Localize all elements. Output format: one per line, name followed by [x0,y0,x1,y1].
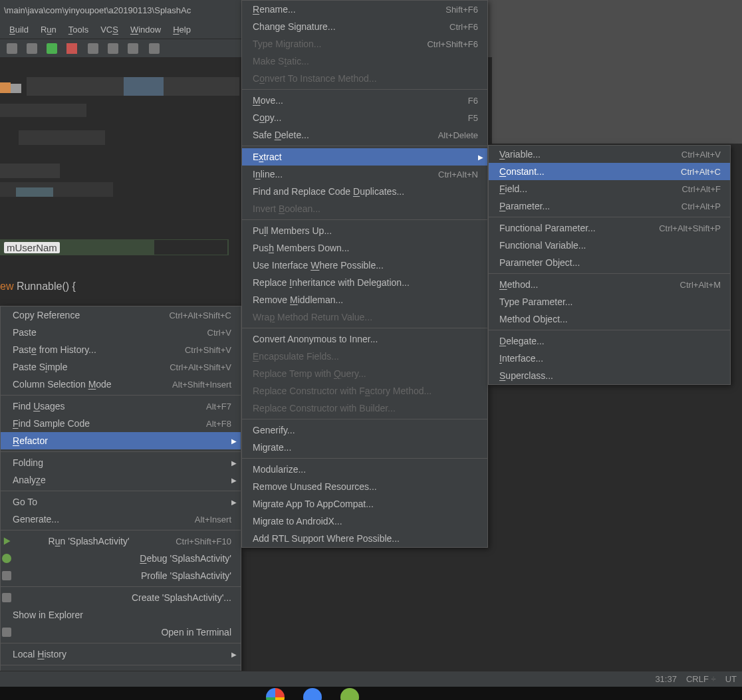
ctx-create-splashactivity[interactable]: Create 'SplashActivity'... [1,589,241,606]
extract-submenu[interactable]: Variable...Ctrl+Alt+VConstant...Ctrl+Alt… [488,145,731,385]
menu-item-label: Open in Terminal [161,627,231,638]
refactor-migrate-to-androidx[interactable]: Migrate to AndroidX... [242,513,487,530]
structure-icon[interactable] [149,43,160,54]
extract-type-parameter[interactable]: Type Parameter... [489,293,730,310]
caret-position[interactable]: 31:37 [655,674,677,684]
selected-identifier[interactable]: mUserNam [0,239,229,255]
extract-constant[interactable]: Constant...Ctrl+Alt+C [489,163,730,180]
menu-item-shortcut: Shift+F6 [445,5,478,15]
refactor-copy[interactable]: Copy...F5 [242,109,487,126]
refactor-change-signature[interactable]: Change Signature...Ctrl+F6 [242,18,487,35]
ctx-paste[interactable]: PasteCtrl+V [1,324,241,341]
refactor-type-migration: Type Migration...Ctrl+Shift+F6 [242,35,487,53]
code-line[interactable]: ew Runnable() { [0,281,76,292]
refactor-find-and-replace-code-duplicates[interactable]: Find and Replace Code Duplicates... [242,183,487,200]
ctx-refactor[interactable]: Refactor▶ [1,432,241,449]
ctx-paste-from-history[interactable]: Paste from History...Ctrl+Shift+V [1,341,241,358]
redacted-code [0,164,60,178]
refactor-safe-delete[interactable]: Safe Delete...Alt+Delete [242,126,487,144]
menu-build[interactable]: Build [9,25,29,35]
ctx-column-selection-mode[interactable]: Column Selection ModeAlt+Shift+Insert [1,376,241,393]
refactor-replace-inheritance-with-delegation[interactable]: Replace Inheritance with Delegation... [242,274,487,291]
menu-item-shortcut: Ctrl+Alt+Shift+V [170,362,231,372]
profile-icon[interactable] [108,43,118,54]
sync-icon[interactable] [7,43,17,54]
refactor-remove-unused-resources[interactable]: Remove Unused Resources... [242,478,487,495]
ctx-run-splashactivity[interactable]: Run 'SplashActivity'Ctrl+Shift+F10 [1,532,241,550]
term-icon [2,628,11,637]
ctx-analyze[interactable]: Analyze▶ [1,471,241,489]
extract-field[interactable]: Field...Ctrl+Alt+F [489,180,730,197]
ctx-find-sample-code[interactable]: Find Sample CodeAlt+F8 [1,415,241,432]
refactor-use-interface-where-possible[interactable]: Use Interface Where Possible... [242,257,487,274]
menu-item-label: Convert Anonymous to Inner... [253,334,378,344]
menu-item-label: Push Members Down... [253,243,350,253]
menu-item-label: Paste [13,327,37,338]
menu-item-label: Delegate... [499,336,545,346]
menu-item-shortcut: Ctrl+Alt+P [681,201,721,211]
android-studio-icon[interactable] [340,688,359,700]
menu-item-shortcut: Alt+Insert [195,515,231,525]
build-icon[interactable] [128,43,138,54]
avd-icon[interactable] [27,43,37,54]
menu-item-label: Refactor [13,435,48,446]
extract-parameter[interactable]: Parameter...Ctrl+Alt+P [489,197,730,215]
ctx-debug-splashactivity[interactable]: Debug 'SplashActivity' [1,550,241,567]
editor-context-menu[interactable]: Copy ReferenceCtrl+Alt+Shift+CPasteCtrl+… [0,306,241,700]
ctx-generate[interactable]: Generate...Alt+Insert [1,511,241,528]
menu-vcs[interactable]: VCS [100,25,118,35]
refactor-convert-anonymous-to-inner[interactable]: Convert Anonymous to Inner... [242,330,487,348]
menu-run[interactable]: Run [41,25,57,35]
menu-help[interactable]: Help [173,25,191,35]
os-taskbar[interactable] [0,687,742,700]
refactor-move[interactable]: Move...F6 [242,92,487,109]
extract-superclass[interactable]: Superclass... [489,367,730,384]
attach-icon[interactable] [88,43,98,54]
extract-method[interactable]: Method...Ctrl+Alt+M [489,276,730,293]
refactor-inline[interactable]: Inline...Ctrl+Alt+N [242,166,487,183]
extract-parameter-object[interactable]: Parameter Object... [489,254,730,271]
refactor-modularize[interactable]: Modularize... [242,461,487,478]
ctx-profile-splashactivity[interactable]: Profile 'SplashActivity' [1,567,241,584]
line-ending[interactable]: CRLF ÷ [686,674,716,684]
ctx-find-usages[interactable]: Find UsagesAlt+F7 [1,398,241,415]
refactor-convert-to-instance-method: Convert To Instance Method... [242,70,487,87]
extract-delegate[interactable]: Delegate... [489,332,730,350]
refactor-push-members-down[interactable]: Push Members Down... [242,239,487,257]
menu-tools[interactable]: Tools [68,25,88,35]
refactor-migrate-app-to-appcompat[interactable]: Migrate App To AppCompat... [242,495,487,513]
menu-item-label: Interface... [499,353,543,364]
stop-icon[interactable] [66,43,77,54]
extract-functional-parameter[interactable]: Functional Parameter...Ctrl+Alt+Shift+P [489,219,730,237]
ctx-show-in-explorer[interactable]: Show in Explorer [1,606,241,624]
refactor-generify[interactable]: Generify... [242,421,487,439]
ctx-open-in-terminal[interactable]: Open in Terminal [1,624,241,641]
run-icon[interactable] [47,43,57,54]
menu-item-shortcut: Ctrl+V [207,328,231,338]
gutter-icon [0,82,11,93]
app-icon[interactable] [303,688,322,700]
refactor-submenu[interactable]: Rename...Shift+F6Change Signature...Ctrl… [241,0,488,548]
extract-method-object[interactable]: Method Object... [489,310,730,328]
chrome-icon[interactable] [266,688,285,700]
refactor-remove-middleman[interactable]: Remove Middleman... [242,291,487,308]
file-encoding[interactable]: UT [725,674,737,684]
extract-functional-variable[interactable]: Functional Variable... [489,237,730,254]
refactor-pull-members-up[interactable]: Pull Members Up... [242,222,487,239]
ctx-folding[interactable]: Folding▶ [1,454,241,471]
menu-item-label: Use Interface Where Possible... [253,260,384,271]
menu-window[interactable]: Window [130,25,161,35]
refactor-extract[interactable]: Extract▶ [242,148,487,166]
extract-variable[interactable]: Variable...Ctrl+Alt+V [489,146,730,163]
refactor-rename[interactable]: Rename...Shift+F6 [242,1,487,18]
extract-interface[interactable]: Interface... [489,350,730,367]
ctx-copy-reference[interactable]: Copy ReferenceCtrl+Alt+Shift+C [1,306,241,324]
refactor-migrate[interactable]: Migrate... [242,439,487,456]
menu-separator [1,395,241,396]
ctx-paste-simple[interactable]: Paste SimpleCtrl+Alt+Shift+V [1,358,241,376]
refactor-add-rtl-support-where-possible[interactable]: Add RTL Support Where Possible... [242,530,487,547]
menu-item-shortcut: Ctrl+Alt+F [681,184,721,194]
ctx-local-history[interactable]: Local History▶ [1,645,241,663]
ctx-go-to[interactable]: Go To▶ [1,493,241,511]
menu-item-label: Paste Simple [13,362,68,372]
